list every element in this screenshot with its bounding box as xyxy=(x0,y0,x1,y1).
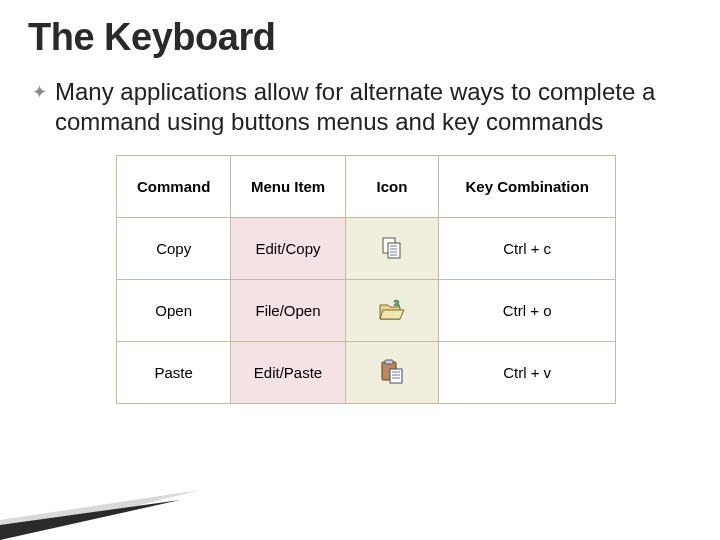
svg-rect-7 xyxy=(385,360,393,364)
paste-icon xyxy=(378,358,406,384)
page-title: The Keyboard xyxy=(28,16,692,59)
cell-icon xyxy=(345,280,439,342)
cell-key: Ctrl + v xyxy=(439,342,616,404)
bullet-marker-icon: ✦ xyxy=(32,77,47,107)
copy-icon xyxy=(378,235,406,261)
cell-icon xyxy=(345,218,439,280)
svg-marker-12 xyxy=(0,490,200,540)
cell-command: Copy xyxy=(117,218,231,280)
table-row: Open File/Open Ctrl + o xyxy=(117,280,616,342)
cell-key: Ctrl + o xyxy=(439,280,616,342)
open-icon xyxy=(378,297,406,323)
header-key: Key Combination xyxy=(439,156,616,218)
table-row: Paste Edit/Paste Ctrl + v xyxy=(117,342,616,404)
cell-command: Open xyxy=(117,280,231,342)
cell-key: Ctrl + c xyxy=(439,218,616,280)
bullet-item: ✦ Many applications allow for alternate … xyxy=(32,77,692,137)
commands-table: Command Menu Item Icon Key Combination C… xyxy=(116,155,616,404)
decorative-wedge xyxy=(0,430,240,540)
svg-rect-8 xyxy=(390,369,402,383)
header-menu: Menu Item xyxy=(231,156,345,218)
svg-marker-13 xyxy=(0,500,180,540)
cell-command: Paste xyxy=(117,342,231,404)
cell-menu: Edit/Paste xyxy=(231,342,345,404)
cell-menu: File/Open xyxy=(231,280,345,342)
header-command: Command xyxy=(117,156,231,218)
cell-icon xyxy=(345,342,439,404)
body-paragraph: Many applications allow for alternate wa… xyxy=(55,77,692,137)
header-icon: Icon xyxy=(345,156,439,218)
cell-menu: Edit/Copy xyxy=(231,218,345,280)
table-row: Copy Edit/Copy Ctrl + c xyxy=(117,218,616,280)
svg-rect-1 xyxy=(388,243,400,258)
